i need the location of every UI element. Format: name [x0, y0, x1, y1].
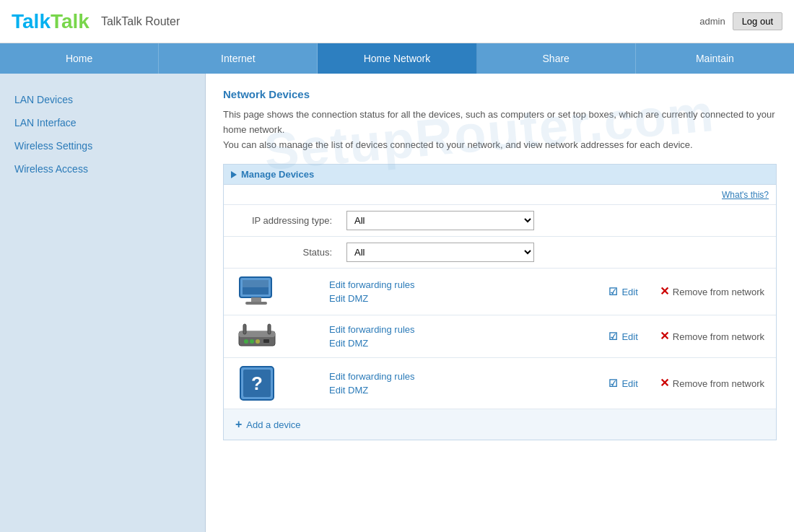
manage-panel-title: Manage Devices	[241, 169, 314, 180]
nav-item-internet[interactable]: Internet	[159, 43, 318, 74]
manage-panel: Manage Devices What's this? IP addressin…	[223, 164, 777, 440]
action-group-3: ☑ Edit ✕ Remove from network	[608, 378, 764, 389]
device-links: Edit forwarding rules Edit DMZ	[329, 279, 415, 304]
sidebar-item-lan-interface[interactable]: LAN Interface	[0, 111, 205, 134]
table-row: ? Edit forwarding rules Edit DMZ ☑ Edit	[224, 358, 776, 409]
nav-item-maintain[interactable]: Maintain	[636, 43, 794, 74]
action-group-2: ☑ Edit ✕ Remove from network	[608, 331, 764, 342]
add-device-label: Add a device	[246, 419, 300, 430]
edit-checkbox-icon-3: ☑	[608, 378, 619, 388]
device-table: Edit forwarding rules Edit DMZ ☑ Edit ✕ …	[224, 269, 776, 409]
logo: TalkTalk	[12, 10, 90, 33]
router-title: TalkTalk Router	[101, 15, 699, 28]
remove-x-icon-2: ✕	[660, 331, 670, 341]
table-row: Edit forwarding rules Edit DMZ ☑ Edit ✕ …	[224, 315, 776, 358]
svg-text:?: ?	[251, 372, 263, 394]
status-row: Status: All	[224, 237, 776, 269]
remove-label-2: Remove from network	[673, 331, 764, 342]
device-links-3: Edit forwarding rules Edit DMZ	[329, 371, 415, 396]
description-line2: You can also manage the list of devices …	[223, 139, 693, 150]
logo-talk2: Talk	[51, 10, 90, 32]
edit-label-2: Edit	[621, 331, 637, 342]
page-layout: LAN Devices LAN Interface Wireless Setti…	[0, 74, 794, 532]
device-icon-computer	[235, 276, 279, 308]
svg-rect-8	[268, 324, 271, 334]
edit-action-2[interactable]: ☑ Edit	[608, 331, 637, 342]
table-row: Edit forwarding rules Edit DMZ ☑ Edit ✕ …	[224, 269, 776, 315]
ip-addressing-row: IP addressing type: All	[224, 205, 776, 237]
header-right: admin Log out	[699, 12, 782, 30]
description: This page shows the connection status fo…	[223, 108, 777, 152]
edit-label-1: Edit	[621, 287, 637, 297]
edit-dmz-link-3[interactable]: Edit DMZ	[329, 385, 415, 396]
admin-label: admin	[699, 16, 725, 27]
remove-action-2[interactable]: ✕ Remove from network	[660, 331, 764, 342]
device-actions-3: Edit forwarding rules Edit DMZ ☑ Edit ✕ …	[286, 371, 764, 396]
device-actions-2: Edit forwarding rules Edit DMZ ☑ Edit ✕ …	[286, 324, 764, 349]
sidebar-item-wireless-access[interactable]: Wireless Access	[0, 157, 205, 180]
remove-label-3: Remove from network	[673, 378, 764, 389]
remove-action-3[interactable]: ✕ Remove from network	[660, 378, 764, 389]
edit-label-3: Edit	[621, 378, 637, 389]
remove-label-1: Remove from network	[673, 287, 764, 297]
svg-rect-2	[251, 297, 261, 302]
action-group-1: ☑ Edit ✕ Remove from network	[608, 287, 764, 297]
svg-rect-4	[243, 280, 269, 287]
edit-forwarding-link-1[interactable]: Edit forwarding rules	[329, 279, 415, 290]
main-nav: Home Internet Home Network Share Maintai…	[0, 43, 794, 74]
unknown-svg: ?	[239, 365, 275, 401]
logo-talk1: Talk	[12, 10, 51, 32]
manage-header: Manage Devices	[224, 165, 776, 185]
plus-icon: +	[235, 418, 242, 431]
sidebar-item-wireless-settings[interactable]: Wireless Settings	[0, 134, 205, 157]
edit-dmz-link-2[interactable]: Edit DMZ	[329, 338, 415, 349]
remove-x-icon-1: ✕	[660, 287, 670, 297]
svg-rect-12	[263, 339, 269, 343]
edit-action-1[interactable]: ☑ Edit	[608, 287, 637, 297]
svg-rect-7	[243, 324, 246, 334]
ip-addressing-label: IP addressing type:	[238, 215, 332, 226]
expand-icon	[231, 171, 237, 178]
description-line1: This page shows the connection status fo…	[223, 109, 775, 135]
header: TalkTalk TalkTalk Router admin Log out	[0, 0, 794, 43]
sidebar: LAN Devices LAN Interface Wireless Setti…	[0, 74, 206, 532]
ip-addressing-select[interactable]: All	[346, 211, 534, 230]
edit-checkbox-icon: ☑	[608, 287, 619, 297]
device-icon-unknown: ?	[235, 365, 279, 401]
svg-rect-3	[245, 302, 267, 305]
device-icon-router	[235, 323, 279, 350]
computer-svg	[238, 276, 276, 308]
edit-action-3[interactable]: ☑ Edit	[608, 378, 637, 389]
edit-dmz-link-1[interactable]: Edit DMZ	[329, 293, 415, 304]
remove-action-1[interactable]: ✕ Remove from network	[660, 287, 764, 297]
svg-point-11	[256, 339, 260, 344]
sidebar-item-lan-devices[interactable]: LAN Devices	[0, 88, 205, 111]
edit-forwarding-link-3[interactable]: Edit forwarding rules	[329, 371, 415, 382]
logout-button[interactable]: Log out	[733, 12, 782, 30]
section-title: Network Devices	[223, 88, 777, 100]
whats-this-link[interactable]: What's this?	[722, 190, 769, 200]
main-content: SetupRouter.com Network Devices This pag…	[206, 74, 794, 532]
remove-x-icon-3: ✕	[660, 378, 670, 388]
nav-item-share[interactable]: Share	[477, 43, 636, 74]
edit-checkbox-icon-2: ☑	[608, 331, 619, 341]
add-device-row[interactable]: + Add a device	[224, 409, 776, 440]
nav-item-home-network[interactable]: Home Network	[318, 43, 476, 74]
device-actions: Edit forwarding rules Edit DMZ ☑ Edit ✕ …	[286, 279, 764, 304]
svg-point-10	[250, 339, 254, 344]
status-label: Status:	[238, 247, 332, 258]
device-links-2: Edit forwarding rules Edit DMZ	[329, 324, 415, 349]
status-select[interactable]: All	[346, 243, 534, 262]
edit-forwarding-link-2[interactable]: Edit forwarding rules	[329, 324, 415, 335]
router-svg	[236, 323, 278, 350]
whats-this-row: What's this?	[224, 185, 776, 205]
nav-item-home[interactable]: Home	[0, 43, 159, 74]
svg-point-9	[244, 339, 248, 344]
sidebar-menu: LAN Devices LAN Interface Wireless Setti…	[0, 74, 205, 180]
